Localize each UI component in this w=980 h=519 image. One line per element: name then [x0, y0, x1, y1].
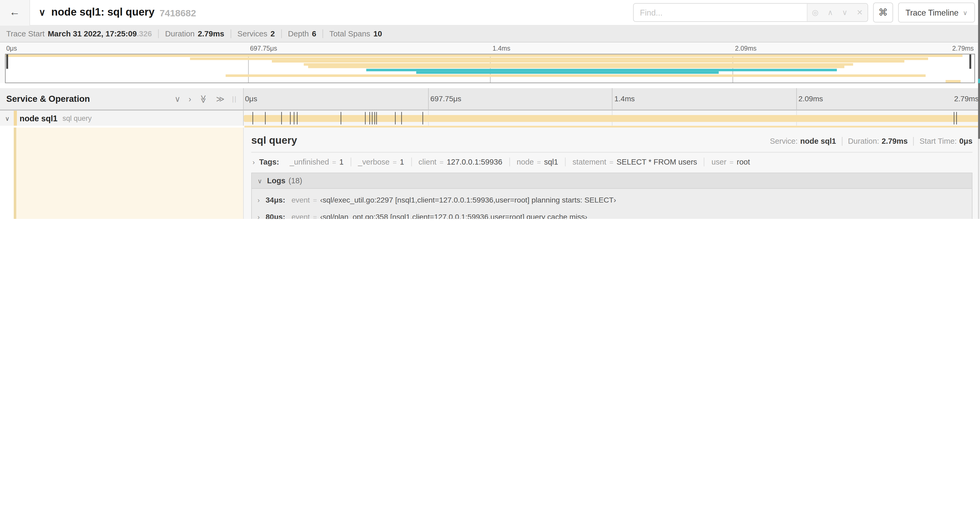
- detail-meta-value: 0μs: [959, 137, 972, 145]
- minimap-time-labels: 0μs697.75μs1.4ms2.09ms2.79ms: [5, 44, 975, 53]
- tag-value: SELECT * FROM users: [616, 158, 697, 166]
- minimap-right-scrubber[interactable]: [969, 54, 971, 69]
- span-duration-bar[interactable]: [244, 115, 980, 122]
- time-axis-label: 1.4ms: [492, 44, 510, 52]
- trace-info-item: Total Spans10: [329, 29, 382, 38]
- log-marker-tick: [376, 112, 377, 124]
- tag-item: user=root: [705, 158, 757, 166]
- equals-sign: =: [440, 158, 444, 166]
- keyboard-shortcuts-button[interactable]: ⌘: [873, 2, 893, 22]
- minimap-left-scrubber[interactable]: [6, 54, 8, 69]
- minimap-span-bar: [366, 69, 837, 71]
- divider: [913, 137, 914, 145]
- log-row[interactable]: ›80μs:event=‹sql/plan_opt.go:358 [nsql1,…: [252, 209, 972, 219]
- log-row[interactable]: ›34μs:event=‹sql/exec_util.go:2297 [nsql…: [252, 192, 972, 209]
- chevron-down-icon: ∨: [258, 177, 262, 184]
- divider: [323, 29, 323, 38]
- log-marker-tick: [294, 112, 294, 124]
- tag-key: user: [711, 158, 727, 166]
- info-label: Duration: [165, 29, 195, 38]
- minimap-span-bar: [272, 60, 905, 63]
- tag-value: 127.0.0.1:59936: [447, 158, 503, 166]
- info-value: 2.79ms: [198, 29, 224, 38]
- next-match-icon[interactable]: ∨: [842, 8, 848, 17]
- log-marker-tick: [253, 112, 253, 124]
- tag-item: _verbose=1: [351, 158, 412, 166]
- span-service-name: node sql1: [19, 113, 57, 123]
- minimap-span-bar: [416, 72, 718, 74]
- tag-value: 1: [339, 158, 344, 166]
- trace-collapse-icon[interactable]: ∨: [39, 7, 46, 18]
- span-detail-section: sql query Service:node sql1Duration:2.79…: [0, 128, 980, 219]
- time-axis-label: 2.79ms: [954, 94, 979, 103]
- equals-sign: =: [332, 158, 336, 166]
- log-timestamp: 80μs:: [266, 213, 285, 219]
- tag-value: sql1: [544, 158, 558, 166]
- logs-label: Logs: [267, 176, 286, 185]
- chevron-down-icon: ∨: [963, 9, 967, 16]
- view-select-button[interactable]: Trace Timeline ∨: [898, 2, 975, 22]
- back-button[interactable]: ←: [0, 0, 30, 25]
- span-bar-track[interactable]: [244, 111, 980, 126]
- log-field-name: event: [291, 213, 310, 219]
- span-row: ∨ node sql1 sql query: [0, 111, 980, 126]
- detail-meta-label: Duration:: [848, 137, 879, 145]
- chevron-right-icon: ›: [258, 197, 263, 204]
- tag-key: client: [418, 158, 436, 166]
- equals-sign: =: [729, 158, 733, 166]
- timeline-minimap-section: 0μs697.75μs1.4ms2.09ms2.79ms: [0, 43, 980, 83]
- tag-item: node=sql1: [510, 158, 566, 166]
- target-icon[interactable]: ◎: [812, 8, 819, 17]
- span-color-stripe: [14, 111, 17, 126]
- chevron-down-icon[interactable]: ∨: [5, 115, 10, 121]
- timeline-minimap[interactable]: [5, 54, 975, 83]
- timeline-toolbar: ∨›≫≫: [167, 93, 225, 104]
- tag-key: statement: [573, 158, 606, 166]
- collapse-all-icon[interactable]: ≫: [199, 95, 208, 103]
- tag-key: _unfinished: [290, 158, 329, 166]
- time-axis-label: 2.79ms: [952, 44, 974, 52]
- tag-value: root: [737, 158, 750, 166]
- logs-header[interactable]: ∨ Logs (18): [252, 173, 972, 189]
- time-axis-gridline: [796, 88, 796, 109]
- minimap-span-bar: [190, 57, 928, 60]
- detail-span-highlight-column: [14, 128, 243, 219]
- time-axis-label: 1.4ms: [614, 94, 635, 103]
- scrollbar-thumb[interactable]: [978, 0, 980, 139]
- tags-row[interactable]: ›Tags:_unfinished=1_verbose=1client=127.…: [251, 153, 973, 172]
- expand-one-icon[interactable]: ›: [189, 94, 191, 104]
- view-select-label: Trace Timeline: [905, 8, 958, 18]
- tag-key: _verbose: [358, 158, 390, 166]
- equals-sign: =: [609, 158, 613, 166]
- span-row-label[interactable]: ∨ node sql1 sql query: [0, 111, 244, 126]
- time-axis-label: 0μs: [6, 44, 17, 52]
- clear-icon[interactable]: ✕: [856, 8, 863, 17]
- info-label: Depth: [288, 29, 309, 38]
- time-axis-label: 697.75μs: [430, 94, 461, 103]
- page-title: node sql1: sql query: [51, 6, 154, 19]
- collapse-one-icon[interactable]: ∨: [174, 94, 180, 104]
- log-marker-tick: [374, 112, 375, 124]
- log-event-value: ‹sql/plan_opt.go:358 [nsql1,client=127.0…: [320, 213, 587, 219]
- column-resize-grip[interactable]: ||: [232, 95, 237, 102]
- log-marker-tick: [423, 112, 423, 124]
- service-operation-header: Service & Operation ∨›≫≫ ||: [0, 88, 244, 109]
- log-timestamp: 34μs:: [266, 196, 285, 204]
- log-marker-tick: [956, 112, 957, 124]
- find-input[interactable]: [633, 4, 807, 21]
- chevron-right-icon: ›: [252, 158, 255, 166]
- trace-id: 7418682: [160, 7, 196, 18]
- expand-all-icon[interactable]: ≫: [216, 94, 224, 104]
- log-event-value: ‹sql/exec_util.go:2297 [nsql1,client=127…: [320, 196, 616, 204]
- detail-meta-label: Service:: [770, 137, 798, 145]
- log-marker-tick: [369, 112, 370, 124]
- prev-match-icon[interactable]: ∧: [827, 8, 833, 17]
- minimap-span-bar: [945, 80, 961, 83]
- scrollbar-teal-marker: [978, 79, 980, 83]
- top-bar: ← ∨ node sql1: sql query 7418682 ◎∧∨✕ ⌘ …: [0, 0, 980, 26]
- minimap-span-bar: [6, 54, 963, 57]
- equals-sign: =: [313, 197, 317, 204]
- page-scrollbar[interactable]: [978, 0, 980, 219]
- divider: [231, 29, 231, 38]
- log-marker-tick: [281, 112, 282, 124]
